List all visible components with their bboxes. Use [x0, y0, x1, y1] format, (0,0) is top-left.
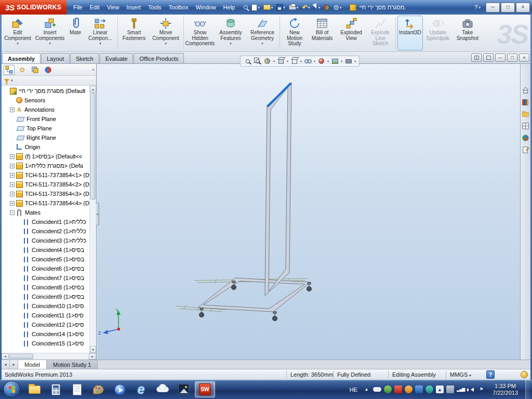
tab-assembly[interactable]: Assembly	[2, 53, 41, 63]
menu-edit[interactable]: Edit	[86, 3, 103, 12]
tab-scroll-right-button[interactable]: ►	[10, 360, 18, 369]
expander-icon[interactable]: +	[10, 108, 15, 112]
volume-icon[interactable]	[467, 385, 475, 393]
ribbon-button-explode-line-sketch[interactable]: Explode Line Sketch	[367, 16, 394, 50]
scroll-right-button[interactable]: ►	[89, 353, 96, 360]
ribbon-button-move-component[interactable]: Move Component ▾	[150, 16, 182, 50]
tray-bluetooth-icon[interactable]	[415, 385, 423, 393]
ribbon-button-take-snapshot[interactable]: Take Snapshot	[453, 16, 482, 50]
ribbon-button-exploded-view[interactable]: Exploded View	[337, 16, 366, 50]
menu-window[interactable]: Window	[192, 3, 219, 12]
scrollbar-track[interactable]	[34, 353, 89, 360]
tree-item-right-plane[interactable]: Right Plane	[2, 133, 89, 142]
language-indicator[interactable]: HE	[347, 385, 360, 394]
taskbar-skydrive-button[interactable]	[152, 381, 172, 397]
taskbar-paint-button[interactable]	[88, 381, 109, 397]
ribbon-button-show-hidden-components[interactable]: Show Hidden Components	[185, 16, 215, 50]
tray-sync-icon[interactable]	[425, 385, 433, 393]
view-settings-icon[interactable]	[344, 57, 353, 65]
zoom-area-icon[interactable]	[253, 57, 262, 65]
ribbon-button-new-motion-study[interactable]: New Motion Study	[282, 16, 308, 50]
tree-item-component[interactable]: +TCH-511-7373854<3> (D	[2, 189, 89, 198]
section-view-icon[interactable]	[263, 57, 272, 65]
tab-motion-study[interactable]: Motion Study 1	[47, 360, 98, 369]
tree-item-mate[interactable]: Coincident1 (1>כללית	[2, 217, 89, 227]
tree-item-component[interactable]: +1>מסגרת כללית> (Defa	[2, 161, 89, 170]
search-icon[interactable]	[243, 2, 249, 12]
tray-update-icon[interactable]	[405, 385, 413, 393]
app-help-button[interactable]: ?▾	[474, 4, 481, 10]
configurationmanager-tab[interactable]	[30, 65, 41, 75]
taskbar-photo-viewer-button[interactable]	[174, 381, 194, 397]
highlighted-edge[interactable]	[268, 84, 290, 106]
tree-item-component[interactable]: +(f) 1>בסיס> (Default<<	[2, 152, 89, 161]
start-button[interactable]	[3, 381, 20, 398]
app-minimize-button[interactable]: ─	[486, 3, 500, 12]
options-button[interactable]: ⚙▾	[332, 2, 342, 12]
tree-item-mate[interactable]: Coincident11 (1>סיס	[2, 311, 89, 320]
tree-item-mate[interactable]: Coincident8 (1>בסיס	[2, 283, 89, 292]
rebuild-button[interactable]	[323, 2, 330, 12]
expander-icon[interactable]: +	[10, 182, 15, 187]
taskbar-notepad-button[interactable]	[67, 381, 87, 397]
expander-icon[interactable]: +	[10, 173, 15, 178]
taskbar-explorer-button[interactable]	[24, 381, 45, 397]
tab-evaluate[interactable]: Evaluate	[100, 53, 134, 63]
panel-collapse-handle[interactable]: ◄	[96, 203, 99, 225]
task-pane-view-palette-tab[interactable]	[521, 122, 530, 130]
dropdown-caret-icon[interactable]: ▾	[261, 42, 263, 45]
tree-item-sensors[interactable]: Sensors	[2, 96, 89, 105]
tree-item-component[interactable]: +TCH-511-7373854<1> (D	[2, 170, 89, 180]
app-close-button[interactable]: ×	[516, 3, 530, 12]
ribbon-button-assembly-features[interactable]: Assembly Features ▾	[216, 16, 246, 50]
tab-model[interactable]: Model	[18, 360, 47, 369]
menu-insert[interactable]: Insert	[123, 3, 144, 12]
tree-item-assembly-root[interactable]: מסגרת מסך ירי חיי (Default	[2, 86, 89, 96]
doc-minimize-button[interactable]: ─	[495, 54, 506, 62]
expander-icon[interactable]: +	[10, 154, 15, 159]
expander-icon[interactable]: +	[10, 192, 15, 196]
ribbon-button-mate[interactable]: Mate	[67, 16, 84, 50]
tray-cloud-icon[interactable]	[373, 387, 381, 392]
menu-file[interactable]: File	[70, 3, 86, 12]
propertymanager-tab[interactable]: ⚙	[17, 65, 28, 75]
ribbon-button-insert-components[interactable]: Insert Components ▾	[34, 16, 66, 50]
zoom-fit-icon[interactable]	[243, 57, 252, 65]
show-desktop-button[interactable]	[525, 380, 531, 399]
action-center-flag-icon[interactable]: ⚑	[477, 385, 485, 393]
tree-item-mate[interactable]: Coincident5 (1>בסיס	[2, 255, 89, 264]
scroll-down-button[interactable]: ▼	[90, 346, 96, 353]
dropdown-caret-icon[interactable]: ▾	[49, 42, 51, 45]
network-icon[interactable]: ▂▄▆	[457, 385, 464, 393]
tab-sketch[interactable]: Sketch	[70, 53, 99, 63]
tree-item-mates-folder[interactable]: −Mates	[2, 208, 89, 217]
task-pane-appearances-tab[interactable]	[521, 134, 530, 142]
scroll-left-button[interactable]: ◄	[2, 353, 9, 360]
expander-icon[interactable]: −	[10, 210, 15, 215]
tree-item-top-plane[interactable]: Top Plane	[2, 124, 89, 133]
scrollbar-thumb[interactable]	[9, 354, 33, 359]
select-button[interactable]: ▾	[313, 2, 322, 12]
new-document-button[interactable]: ▾	[250, 2, 261, 12]
taskbar-calculator-button[interactable]	[46, 381, 66, 397]
tree-item-component[interactable]: +TCH-511-7373854<2> (D	[2, 180, 89, 189]
tree-item-mate[interactable]: Coincident7 (1>בסיס	[2, 273, 89, 283]
hide-show-items-icon[interactable]	[303, 57, 312, 65]
dropdown-caret-icon[interactable]: ▾	[17, 42, 19, 45]
taskbar-clock[interactable]: 1:33 PM 7/22/2013	[488, 383, 523, 396]
app-restore-button[interactable]: □	[501, 3, 515, 12]
resource-monitor-icon[interactable]	[521, 371, 528, 378]
tree-item-mate[interactable]: Coincident2 (1>כללית	[2, 227, 89, 236]
filter-caret-icon[interactable]: ▾	[11, 78, 13, 83]
hidden-icons-chevron[interactable]: ▲	[363, 385, 370, 393]
tree-filter-bar[interactable]: ▾	[2, 76, 96, 86]
viewport-split-horizontal-button[interactable]	[483, 54, 494, 62]
display-style-icon[interactable]	[290, 57, 299, 65]
tab-office-products[interactable]: Office Products	[134, 53, 184, 63]
tree-item-component[interactable]: +TCH-511-7373854<4> (D	[2, 198, 89, 208]
viewport-split-vertical-button[interactable]	[471, 54, 482, 62]
tree-item-front-plane[interactable]: Front Plane	[2, 114, 89, 124]
ribbon-button-smart-fasteners[interactable]: Smart Fasteners	[119, 16, 149, 50]
ribbon-button-instant3d[interactable]: Instant3D	[397, 16, 423, 50]
doc-restore-button[interactable]: □	[507, 54, 517, 62]
